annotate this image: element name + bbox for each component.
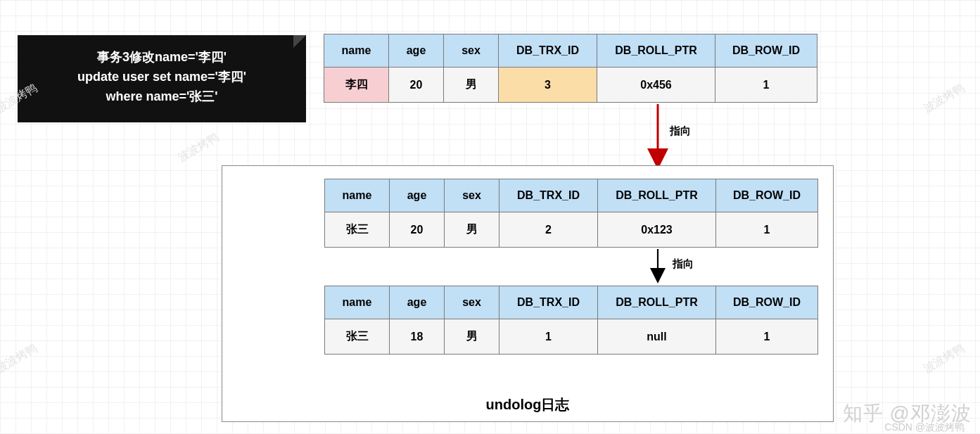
col-row: DB_ROW_ID: [715, 34, 817, 68]
cell-roll: null: [598, 319, 716, 355]
watermark-side-5: 波波烤鸭: [175, 130, 222, 165]
cell-sex: 男: [445, 212, 499, 248]
table-header-row: name age sex DB_TRX_ID DB_ROLL_PTR DB_RO…: [324, 34, 817, 68]
arrow-label-2: 指向: [673, 257, 694, 271]
watermark-side-4: 波波烤鸭: [921, 341, 967, 376]
cell-row: 1: [716, 319, 818, 355]
col-age: age: [389, 34, 444, 68]
undo-record-1-table: name age sex DB_TRX_ID DB_ROLL_PTR DB_RO…: [324, 179, 818, 248]
cell-sex: 男: [444, 68, 499, 103]
table-row: 张三 18 男 1 null 1: [325, 319, 818, 355]
col-age: age: [390, 179, 445, 212]
col-row: DB_ROW_ID: [716, 286, 818, 319]
callout-line-1: 事务3修改name='李四': [26, 48, 298, 68]
col-row: DB_ROW_ID: [716, 179, 818, 212]
col-name: name: [325, 286, 390, 319]
table-row: 李四 20 男 3 0x456 1: [324, 68, 817, 103]
cell-roll: 0x456: [597, 68, 715, 103]
callout-line-3: where name='张三': [26, 87, 298, 107]
cell-name: 张三: [325, 319, 390, 355]
arrow-label-1: 指向: [670, 125, 691, 138]
current-record-table: name age sex DB_TRX_ID DB_ROLL_PTR DB_RO…: [324, 34, 817, 103]
undolog-container: name age sex DB_TRX_ID DB_ROLL_PTR DB_RO…: [222, 165, 834, 422]
cell-trx: 3: [499, 68, 597, 103]
arrow-undo1-to-undo2: [654, 249, 661, 283]
col-sex: sex: [444, 34, 499, 68]
col-roll: DB_ROLL_PTR: [598, 179, 716, 212]
table-header-row: name age sex DB_TRX_ID DB_ROLL_PTR DB_RO…: [325, 286, 818, 319]
cell-trx: 1: [499, 319, 598, 355]
cell-row: 1: [716, 212, 818, 248]
col-sex: sex: [445, 286, 499, 319]
table-row: 张三 20 男 2 0x123 1: [325, 212, 818, 248]
cell-age: 18: [390, 319, 445, 355]
watermark-side-2: 波波烤鸭: [0, 341, 40, 376]
col-name: name: [325, 179, 390, 212]
col-name: name: [324, 34, 389, 68]
cell-name: 李四: [324, 68, 389, 103]
col-trx: DB_TRX_ID: [499, 286, 598, 319]
col-trx: DB_TRX_ID: [499, 34, 597, 68]
cell-name: 张三: [325, 212, 390, 248]
cell-sex: 男: [445, 319, 499, 355]
cell-age: 20: [389, 68, 444, 103]
col-age: age: [390, 286, 445, 319]
callout-line-2: update user set name='李四': [26, 68, 298, 87]
col-roll: DB_ROLL_PTR: [597, 34, 715, 68]
cell-row: 1: [715, 68, 817, 103]
undolog-title: undolog日志: [222, 395, 833, 414]
cell-age: 20: [390, 212, 445, 248]
table-header-row: name age sex DB_TRX_ID DB_ROLL_PTR DB_RO…: [325, 179, 818, 212]
col-sex: sex: [445, 179, 499, 212]
undo-record-2-table: name age sex DB_TRX_ID DB_ROLL_PTR DB_RO…: [324, 286, 818, 355]
watermark-csdn: CSDN @波波烤鸭: [884, 421, 965, 434]
col-trx: DB_TRX_ID: [499, 179, 598, 212]
callout-box: 事务3修改name='李四' update user set name='李四'…: [18, 35, 306, 122]
arrow-top-to-undo1: [654, 104, 661, 166]
watermark-side-3: 波波烤鸭: [921, 81, 967, 116]
cell-trx: 2: [499, 212, 598, 248]
col-roll: DB_ROLL_PTR: [598, 286, 716, 319]
cell-roll: 0x123: [598, 212, 716, 248]
